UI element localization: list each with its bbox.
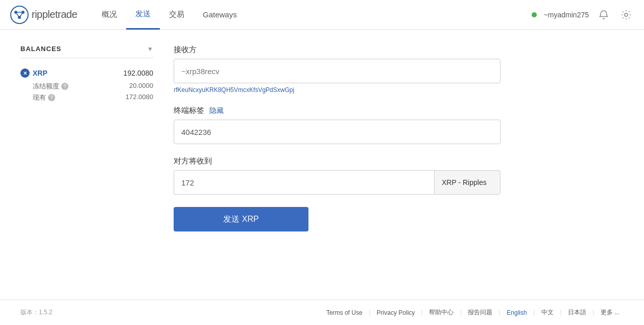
settings-button[interactable] [618,7,634,22]
nav-send[interactable]: 发送 [126,0,160,30]
privacy-policy-link[interactable]: Privacy Policy [373,309,419,316]
japanese-lang-link[interactable]: 日本語 [564,308,590,317]
terms-of-use-link[interactable]: Terms of Use [322,309,367,316]
report-issue-link[interactable]: 报告问题 [464,308,496,317]
amount-input[interactable] [174,170,434,195]
xrp-total-amount: 192.0080 [124,69,153,77]
version-label: 版本：1.5.2 [20,308,53,317]
xrp-balance-row: ✕ XRP 192.0080 [20,65,153,81]
resolved-address: rfKeuNcxyuKRK8QH5VmcxKfsVgPdSxwGpj [174,86,500,94]
ripple-logo-icon [10,6,29,24]
available-label: 现有 ? [33,93,55,102]
nav-gateways[interactable]: Gateways [194,0,246,30]
nav-overview[interactable]: 概况 [92,0,126,30]
dest-tag-group: 终端标签 隐藏 [174,106,500,144]
frozen-help-icon[interactable]: ? [61,83,68,90]
recipient-input[interactable] [174,59,500,83]
frozen-row: 冻结额度 ? 20.0000 [20,81,153,92]
receive-label: 对方将收到 [174,156,500,166]
currency-select[interactable]: XRP - Ripples [434,170,500,195]
send-button-label: 发送 XRP [223,214,258,225]
frozen-label: 冻结额度 ? [33,82,68,91]
connection-status-icon [532,12,537,17]
balances-chevron-icon[interactable]: ▼ [147,45,153,53]
divider-1: ｜ [367,308,373,317]
nav-links: 概况 发送 交易 Gateways [92,0,532,30]
sidebar: BALANCES ▼ ✕ XRP 192.0080 冻结额度 ? 20.0000… [20,45,153,284]
balances-header: BALANCES ▼ [20,45,153,58]
currency-value: XRP - Ripples [442,178,487,187]
main-content: BALANCES ▼ ✕ XRP 192.0080 冻结额度 ? 20.0000… [0,30,644,299]
dest-tag-label: 终端标签 [174,106,204,115]
footer: 版本：1.5.2 Terms of Use ｜ Privacy Policy ｜… [0,299,644,325]
available-amount: 172.0080 [126,93,153,102]
nav-right: ~myadmin275 [532,7,634,22]
logo[interactable]: rippletrade [10,6,77,24]
chinese-lang-link[interactable]: 中文 [537,308,558,317]
nav-trade[interactable]: 交易 [160,0,194,30]
svg-point-7 [625,13,628,16]
help-center-link[interactable]: 帮助中心 [425,308,458,317]
notifications-button[interactable] [596,7,611,22]
divider-2: ｜ [419,308,425,317]
recipient-group: 接收方 rfKeuNcxyuKRK8QH5VmcxKfsVgPdSxwGpj [174,45,500,94]
footer-links: Terms of Use ｜ Privacy Policy ｜ 帮助中心 ｜ 报… [322,308,624,317]
more-lang-link[interactable]: 更多 ... [597,308,624,317]
english-lang-link[interactable]: English [503,309,531,316]
svg-line-5 [17,13,19,16]
available-row: 现有 ? 172.0080 [20,92,153,103]
amount-group: 对方将收到 XRP - Ripples [174,156,500,195]
xrp-label: ✕ XRP [20,68,47,78]
bell-icon [599,10,609,20]
send-button[interactable]: 发送 XRP [174,207,308,231]
navbar: rippletrade 概况 发送 交易 Gateways ~myadmin27… [0,0,644,30]
divider-3: ｜ [458,308,464,317]
divider-5: ｜ [531,308,537,317]
hide-dest-tag-link[interactable]: 隐藏 [209,106,224,115]
divider-6: ｜ [558,308,564,317]
dest-tag-input[interactable] [174,120,500,144]
available-help-icon[interactable]: ? [48,94,55,101]
gear-icon [621,10,631,20]
svg-line-6 [20,13,22,16]
divider-7: ｜ [590,308,597,317]
recipient-label: 接收方 [174,45,500,55]
svg-point-0 [11,6,28,24]
dest-tag-label-row: 终端标签 隐藏 [174,106,500,115]
amount-row: XRP - Ripples [174,170,500,195]
divider-4: ｜ [496,308,503,317]
send-form: 接收方 rfKeuNcxyuKRK8QH5VmcxKfsVgPdSxwGpj 终… [174,45,500,284]
brand-name: rippletrade [32,9,77,20]
frozen-amount: 20.0000 [129,82,153,91]
balances-title: BALANCES [20,45,61,53]
username-display: ~myadmin275 [544,11,589,19]
xrp-icon: ✕ [20,68,30,78]
